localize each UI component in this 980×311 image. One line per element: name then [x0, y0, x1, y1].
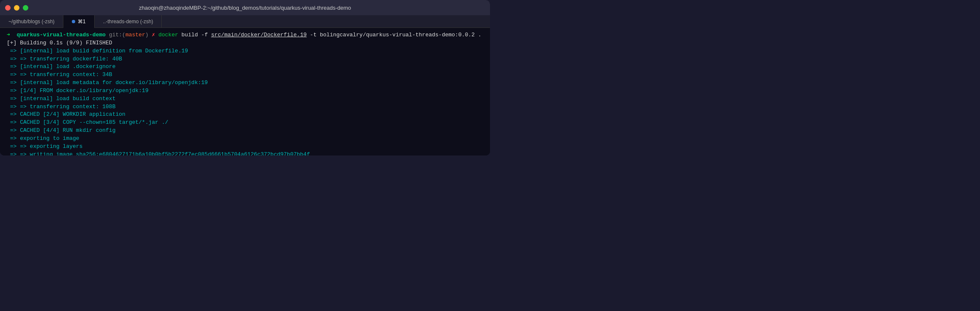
- output-line-load-context: => [internal] load build context: [7, 95, 483, 103]
- output-line-building: [+] Building 0.1s (9/9) FINISHED: [7, 39, 483, 47]
- prompt-git-close: ): [145, 31, 149, 39]
- output-text: [+] Building 0.1s (9/9) FINISHED: [7, 39, 112, 47]
- command-rest: -t bolingcavalry/quarkus-virual-threads-…: [307, 31, 481, 39]
- dockerfile-path: src/main/docker/Dockerfile.19: [211, 31, 307, 39]
- tab-indicator: [72, 20, 75, 23]
- maximize-button[interactable]: [23, 5, 28, 11]
- tab-main[interactable]: ⌘1: [63, 15, 95, 28]
- prompt-arrow: ➜: [7, 31, 16, 39]
- close-button[interactable]: [5, 5, 11, 11]
- output-text: => => exporting layers: [7, 143, 82, 151]
- command-line: ➜ quarkus-virual-threads-demo git:(maste…: [7, 31, 483, 39]
- command-text: docker: [158, 31, 178, 39]
- terminal-content[interactable]: ➜ quarkus-virual-threads-demo git:(maste…: [0, 28, 490, 156]
- prompt-dirty: ✗: [149, 31, 158, 39]
- minimize-button[interactable]: [14, 5, 19, 11]
- output-line-transfer-context: => => transferring context: 108B: [7, 103, 483, 111]
- tabbar: ~/github/blogs (-zsh) ⌘1 ..-threads-demo…: [0, 15, 490, 28]
- command-args: build -f: [178, 31, 211, 39]
- output-line-cached-3: => CACHED [3/4] COPY --chown=185 target/…: [7, 119, 483, 127]
- output-text: => CACHED [4/4] RUN mkdir config: [7, 127, 115, 135]
- tab-threads-demo[interactable]: ..-threads-demo (-zsh): [95, 15, 162, 28]
- output-text: => => writing image sha256:e6804627171b6…: [7, 151, 310, 156]
- output-line-3: => [internal] load .dockerignore: [7, 63, 483, 71]
- output-text: => [internal] load build context: [7, 95, 115, 103]
- output-line-cached-2: => CACHED [2/4] WORKDIR application: [7, 111, 483, 119]
- output-line-2: => => transferring dockerfile: 40B: [7, 55, 483, 63]
- output-line-export-layers: => => exporting layers: [7, 143, 483, 151]
- output-line-cached-4: => CACHED [4/4] RUN mkdir config: [7, 127, 483, 135]
- prompt-git-label: git:(: [106, 31, 125, 39]
- output-line-5: => [internal] load metadata for docker.i…: [7, 79, 483, 87]
- prompt-branch: master: [125, 31, 145, 39]
- traffic-lights: [5, 5, 28, 11]
- output-text: => => transferring context: 34B: [7, 71, 112, 79]
- tab-label: ~/github/blogs (-zsh): [8, 19, 54, 25]
- tab-blogs[interactable]: ~/github/blogs (-zsh): [0, 15, 63, 28]
- output-line-1: => [internal] load build definition from…: [7, 47, 483, 55]
- prompt-directory: quarkus-virual-threads-demo: [16, 31, 106, 39]
- tab-label: ..-threads-demo (-zsh): [103, 19, 153, 25]
- output-line-6: => [1/4] FROM docker.io/library/openjdk:…: [7, 87, 483, 95]
- output-text: => => transferring context: 108B: [7, 103, 115, 111]
- output-text: => [internal] load metadata for docker.i…: [7, 79, 208, 87]
- titlebar: zhaoqin@zhaoqindeMBP-2:~/github/blog_dem…: [0, 0, 490, 15]
- output-text: => [1/4] FROM docker.io/library/openjdk:…: [7, 87, 148, 95]
- output-text: => exporting to image: [7, 135, 79, 143]
- output-text: => [internal] load build definition from…: [7, 47, 188, 55]
- output-line-export-image: => exporting to image: [7, 135, 483, 143]
- window-title: zhaoqin@zhaoqindeMBP-2:~/github/blog_dem…: [139, 5, 351, 11]
- output-line-writing-image: => => writing image sha256:e6804627171b6…: [7, 151, 483, 156]
- output-text: => => transferring dockerfile: 40B: [7, 55, 122, 63]
- output-text: => CACHED [2/4] WORKDIR application: [7, 111, 125, 119]
- tab-cmd: ⌘1: [78, 19, 86, 25]
- output-text: => CACHED [3/4] COPY --chown=185 target/…: [7, 119, 168, 127]
- terminal-window: zhaoqin@zhaoqindeMBP-2:~/github/blog_dem…: [0, 0, 490, 156]
- output-line-4: => => transferring context: 34B: [7, 71, 483, 79]
- output-text: => [internal] load .dockerignore: [7, 63, 115, 71]
